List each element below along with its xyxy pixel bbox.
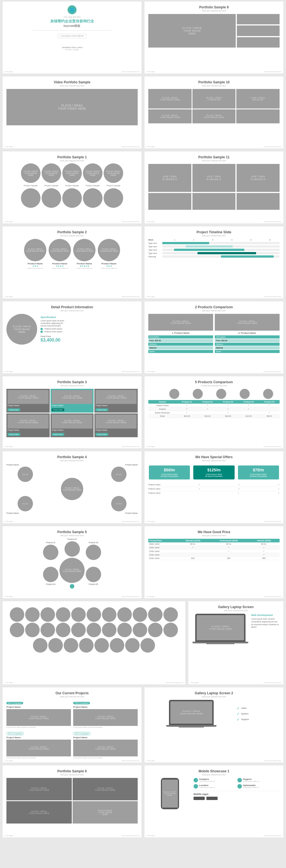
gl-footer-right: www.yourcompany.com (264, 682, 281, 683)
gp-subtitle: write your relevant text here (148, 534, 280, 536)
slide-good-price: We Have Good Price write your relevant t… (144, 526, 284, 599)
dp-subtitle: with your relevant text here (6, 310, 138, 312)
cl-c11 (164, 607, 178, 622)
so-footer-left: Front page (147, 521, 155, 522)
cp-project2: 70% Completed Project Name PLACE / DRAGY… (73, 700, 138, 728)
row-3: Portfolio Sample 1 write your relevant t… (0, 150, 286, 225)
bottom-spacer (0, 839, 286, 843)
ms-icon1 (193, 778, 198, 782)
cl-c20 (133, 623, 147, 637)
p2-product3: PLACE / DRAGYOUR IMAGE HERE Product Name… (73, 239, 96, 269)
p3-btn2[interactable]: Project label (52, 408, 64, 411)
p5-dot-bottom (70, 584, 74, 589)
cl-c12 (10, 623, 24, 637)
row-10: Our Current Projects write your relevant… (0, 686, 286, 764)
cp-project4: 60% Completed Project Name PLACE / DRAGY… (73, 731, 138, 758)
p3-btn1[interactable]: Project label (7, 408, 20, 411)
p1-circle1: PLACE / DRAGYOUR IMAGEHERE (21, 163, 40, 183)
5p-table: Feature Product 01 Product 02 Product 03… (148, 400, 280, 418)
p3-btn3[interactable]: Project label (96, 408, 108, 411)
so-plan2: $125/m Lorem ipsum dolorsit amet consect… (193, 465, 234, 479)
slide-portfolio1: Portfolio Sample 1 write your relevant t… (2, 151, 142, 224)
ms-footer-right: www.yourcompany.com (264, 835, 281, 836)
p3-btn6[interactable]: Project label (96, 433, 108, 436)
cp-badge3: 50% Completed (6, 732, 24, 735)
slide-video-portfolio: Video Portfolio Sample write your releva… (2, 76, 142, 149)
2p-row1: Description (148, 335, 213, 338)
2p-row5b: Name (215, 350, 280, 353)
dp-dot1 (40, 328, 43, 330)
slide-cover: 🌐 Your Logo text here 灰绿简约企业宣传咨询行业 keyno… (2, 1, 142, 74)
p10-footer-right: www.yourcompany.com (264, 146, 281, 147)
gl2-feature1-text: Video (241, 707, 247, 709)
slide-special-offers: We Have Special Offers write your releva… (144, 451, 284, 524)
2p-footer-left: Front page (147, 371, 155, 372)
2p-row5: Name (148, 350, 213, 353)
gl2-footer-right: www.yourcompany.com (264, 760, 281, 762)
p11-title: Portfolio Sample 11 (148, 155, 280, 159)
cp-subtitle: write your relevant text here (6, 696, 138, 698)
p6-img2: PLACE / DRAGYOUR IMAGE HERE (73, 778, 138, 800)
dp-price-label: Final Price (40, 335, 138, 338)
cp-badge2: 70% Completed (73, 702, 90, 704)
p5-label-center2: Product 02 (67, 538, 77, 540)
check-icon1: ✓ (237, 706, 240, 711)
gl-screen: PLACE / DRAGYOUR IMAGE HERE (196, 615, 244, 640)
5p-footer-left: Front page (147, 445, 155, 447)
p1-circle2: PLACE / DRAGYOUR IMAGEHERE (42, 163, 61, 183)
p2-title: Portfolio Sample 2 (6, 230, 138, 234)
cl-c17 (86, 623, 101, 637)
cl-c22 (164, 623, 178, 637)
2p-subtitle: with your relevant text here (148, 310, 280, 312)
gl-laptop-container: PLACE / DRAGYOUR IMAGE HERE (192, 614, 249, 644)
tl-footer-left: Front page (147, 296, 155, 297)
row-6: Portfolio Sample 3 with your relevant te… (0, 375, 286, 450)
p11-footer-right: www.yourcompany.com (264, 221, 281, 222)
p4-network: PLACE / DRAGYOUR IMAGE HERE PLACE PLACE … (6, 464, 138, 514)
slide-portfolio3: Portfolio Sample 3 with your relevant te… (2, 376, 142, 449)
portfolio9-main-image: PLACE / DRAGYOUR IMAGEHERE (148, 14, 236, 48)
p3-footer-left: Front page (5, 445, 13, 447)
p5-label-left4: Product 04 (46, 583, 56, 585)
p5-circ1 (43, 545, 58, 560)
slide-detail-product: Detail Product Information with your rel… (2, 301, 142, 374)
cl-c1 (10, 607, 24, 622)
p11-img3: ACE / DRAR IMAGE H (237, 164, 280, 192)
p9-footer-right: www.yourcompany.com (264, 71, 281, 72)
p3-item4: PLACE / DRAGYOUR IMAGE HERE Project Name… (6, 413, 50, 437)
5p-header-p1: Product 01 (177, 400, 198, 404)
5p-header-p2: Product 02 (197, 400, 218, 404)
p10-img6 (236, 110, 280, 123)
slide-2products: 2 Products Comparison with your relevant… (144, 301, 284, 374)
cp-img3: PLACE / DRAGYOUR IMAGE HERE (6, 740, 71, 756)
week5: 5 (241, 239, 260, 241)
p3-btn5[interactable]: Project label (52, 433, 64, 436)
p2-footer-left: Front page (5, 296, 13, 297)
cl-c28 (110, 638, 124, 653)
row-4: Portfolio Sample 2 with your relevant te… (0, 225, 286, 300)
p6-title: Portfolio Sample 6 (6, 769, 138, 773)
cp-desc1: Lorem ipsum dolor sit amet consectetur (6, 726, 71, 728)
ms-feat1: Analytics Lorem ipsum dolor sit (193, 778, 236, 782)
week3: 3 (203, 239, 222, 241)
p5-title: Portfolio Sample 5 (6, 530, 138, 534)
5p-header-p4: Product 04 (239, 400, 259, 404)
ms-feat3: Location Lorem ipsum dolor sit (193, 784, 236, 788)
p6-img3: PLACE / DRAGYOUR IMAGE HERE (6, 801, 72, 824)
so-feature1: Feature name✓✓✓ (148, 483, 280, 487)
slide-circles-large: Front page www.yourcompany.com (2, 601, 186, 685)
cl-c18 (102, 623, 116, 637)
slide-current-projects: Our Current Projects write your relevant… (2, 687, 142, 763)
ms-phone: PLACE / DRAGYOUR IMAGE HERE (148, 778, 191, 809)
cl-c15 (56, 623, 70, 637)
slide-timeline: Project Timeline Slide with your relevan… (144, 226, 284, 299)
gl-side-text: Lorem ipsum dolor sit amet consectetur a… (251, 618, 280, 628)
cp-desc4: Lorem ipsum dolor sit amet consectetur (73, 757, 138, 758)
p2-footer-right: www.yourcompany.com (122, 296, 139, 297)
p11-img1: ACE / DRAR IMAGE H (148, 164, 191, 192)
p3-btn4[interactable]: Project label (7, 433, 20, 436)
tl-footer-right: www.yourcompany.com (264, 296, 281, 297)
cp-pname1: Project Name (6, 706, 71, 708)
cp-badge4: 60% Completed (73, 732, 91, 735)
2p-left-col: PLACE / DRAGYOUR IMAGE HERE 1. Product N… (148, 314, 213, 353)
